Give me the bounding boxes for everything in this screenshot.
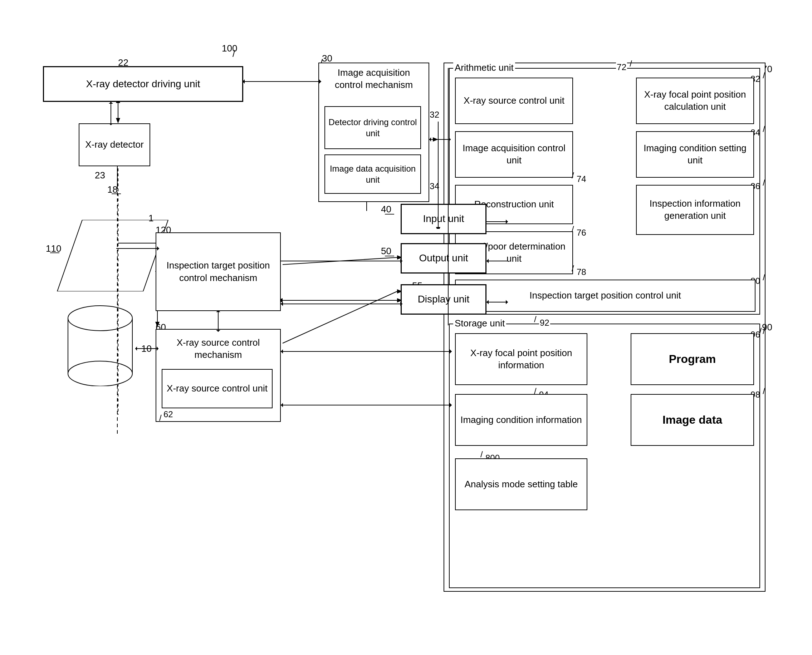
connector-vert-arith (443, 68, 454, 325)
svg-marker-51 (281, 302, 283, 306)
connector-svg-input-arith (487, 216, 508, 227)
detector-driving-control-box: Detector driving control unit (324, 106, 421, 149)
image-acq-control-unit-arith: Image acquisition control unit (455, 131, 573, 178)
label-32: 32 (430, 110, 439, 120)
svg-marker-71 (281, 349, 283, 354)
label-74: 74 (576, 174, 586, 184)
slash-98: / (763, 386, 765, 396)
svg-point-32 (68, 306, 133, 331)
dash-110: — (50, 247, 59, 258)
slash-62: / (159, 413, 162, 423)
imaging-condition-info-box: Imaging condition information (455, 394, 587, 446)
svg-marker-42 (506, 220, 508, 224)
svg-marker-57 (109, 102, 113, 104)
xray-source-control-mech-box: X-ray source control mechanism X-ray sou… (156, 329, 281, 422)
connector-xray-display (281, 300, 402, 301)
xray-source-control-mech-label: X-ray source control mechanism (160, 337, 276, 361)
svg-marker-74 (281, 403, 283, 407)
dashed-line-left (112, 166, 123, 434)
program-box: Program (631, 333, 754, 385)
svg-marker-64 (157, 246, 159, 251)
image-acq-label: Image acquisition control mechanism (323, 67, 425, 91)
slash-800: / (481, 449, 483, 460)
slash-100: / (233, 48, 235, 59)
label-62: 62 (163, 409, 173, 420)
xray-source-cylinder (65, 304, 136, 387)
image-data-box: Image data (631, 394, 754, 446)
slash-78: / (572, 263, 574, 274)
label-23: 23 (95, 170, 105, 181)
svg-marker-70 (450, 349, 452, 354)
svg-marker-46 (487, 300, 488, 304)
connector-platform (116, 243, 159, 254)
label-76: 76 (576, 228, 586, 238)
svg-marker-47 (506, 300, 508, 304)
svg-marker-67 (135, 346, 137, 351)
label-78: 78 (576, 267, 586, 277)
svg-marker-49 (400, 259, 402, 263)
connector-storage-1 (281, 346, 452, 357)
label-72: 72 (616, 62, 627, 72)
xray-focal-point-info-box: X-ray focal point position information (455, 333, 587, 385)
image-data-acquisition-box: Image data acquisition unit (324, 154, 421, 194)
inspection-target-pos-mech-box: Inspection target position control mecha… (156, 232, 281, 311)
connector-insp-output (281, 256, 402, 266)
xray-detector-driving-box: X-ray detector driving unit (43, 66, 243, 102)
imaging-condition-setting-box: Imaging condition setting unit (636, 131, 754, 178)
svg-marker-58 (109, 123, 113, 125)
storage-unit-box: Storage unit 92 / X-ray focal point posi… (449, 324, 760, 588)
connector-svg-output-arith (487, 256, 508, 266)
xray-detector-box: X-ray detector (79, 123, 150, 166)
slash-84: / (763, 124, 765, 134)
inspection-info-gen-box: Inspection information generation unit (636, 185, 754, 235)
arithmetic-unit-label: Arithmetic unit (453, 62, 515, 73)
arrow-40: — (385, 208, 394, 219)
svg-marker-60 (319, 79, 321, 84)
slash-92: / (534, 314, 536, 324)
connector-svg-display-arith (487, 297, 508, 308)
diagram: 100 / 22 X-ray detector driving unit 30 … (22, 22, 790, 637)
slash-80: / (763, 272, 765, 283)
xray-source-control-unit-arith: X-ray source control unit (455, 78, 573, 124)
connector-vert-mech (213, 311, 223, 332)
slash-82: / (763, 71, 765, 80)
svg-marker-4 (116, 118, 120, 123)
svg-marker-52 (400, 302, 402, 306)
xray-focal-point-calc-box: X-ray focal point position calculation u… (636, 78, 754, 124)
label-92: 92 (539, 318, 550, 328)
connector-vert-detector (106, 102, 116, 125)
storage-unit-label: Storage unit (453, 318, 506, 329)
connector-horiz-det-imacq (242, 76, 321, 87)
inspection-target-pos-mech-label: Inspection target position control mecha… (162, 259, 274, 284)
svg-marker-73 (450, 403, 452, 407)
connector-storage-2 (281, 400, 452, 411)
svg-marker-39 (429, 137, 431, 141)
xray-source-control-unit-mech: X-ray source control unit (162, 369, 273, 408)
connector-xraysrc-ctrl (135, 343, 159, 354)
slash-96: / (763, 326, 765, 336)
svg-marker-37 (436, 227, 440, 229)
slash-86: / (763, 178, 765, 188)
svg-marker-44 (487, 259, 488, 263)
analysis-mode-setting-box: Analysis mode setting table (455, 458, 587, 510)
svg-marker-68 (157, 346, 159, 351)
svg-marker-54 (216, 311, 220, 312)
slash-72: / (630, 58, 632, 69)
svg-marker-55 (216, 330, 220, 332)
slash-74: / (572, 171, 574, 181)
arithmetic-unit-box: Arithmetic unit 72 / X-ray source contro… (449, 68, 760, 315)
image-acquisition-control-mechanism: Image acquisition control mechanism 32 D… (318, 63, 429, 202)
connector-det-down (112, 166, 123, 188)
svg-point-35 (68, 361, 133, 386)
svg-marker-61 (242, 79, 245, 84)
